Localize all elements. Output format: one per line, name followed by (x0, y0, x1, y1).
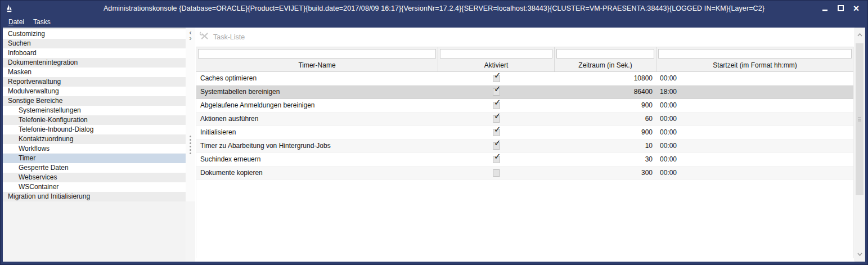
startzeit-cell: 00:00 (656, 72, 853, 85)
tools-icon (200, 32, 209, 43)
sidebar-item-gesperrte-daten[interactable]: Gesperrte Daten (3, 163, 186, 173)
app-sailboat-icon (6, 4, 13, 13)
check-icon: ✓ (494, 153, 501, 160)
timer-name-cell: Initialisieren (196, 126, 438, 139)
filter-input-zeitraum-in-sek[interactable] (556, 49, 654, 59)
close-button[interactable]: × (848, 2, 864, 15)
startzeit-cell: 00:00 (656, 113, 853, 125)
vertical-scrollbar[interactable] (854, 28, 865, 262)
table-header: Timer-NameAktiviertZeitraum (in Sek.)Sta… (196, 47, 853, 72)
sidebar-filler (3, 201, 186, 262)
aktiviert-cell: ✓ (438, 126, 555, 139)
menu-item-datei[interactable]: Datei (4, 17, 29, 27)
sidebar-item-timer[interactable]: Timer (3, 154, 186, 163)
scrollbar-thumb[interactable] (856, 43, 863, 195)
check-icon: ✓ (494, 99, 501, 106)
splitter-gutter[interactable]: ‹ › (186, 28, 195, 262)
aktiviert-checkbox[interactable] (493, 169, 500, 177)
titlebar: Administrationskonsole {Database=ORACLE}… (1, 1, 867, 16)
splitter-collapse-controls: ‹ › (186, 30, 195, 41)
splitter-grip[interactable] (186, 136, 195, 154)
startzeit-cell: 00:00 (656, 167, 853, 179)
close-icon: × (853, 3, 860, 14)
zeitraum-cell: 10800 (555, 72, 656, 85)
table-row-caches-optimieren[interactable]: Caches optimieren✓1080000:00 (196, 72, 853, 86)
timer-name-cell: Systemtabellen bereinigen (196, 86, 438, 98)
sidebar-item-suchen[interactable]: Suchen (3, 39, 186, 48)
scroll-up-button[interactable] (855, 28, 864, 42)
content: CustomizingSuchenInfoboardDokumenteninte… (3, 28, 865, 262)
sidebar-item-workflows[interactable]: Workflows (3, 144, 186, 154)
aktiviert-cell (438, 167, 555, 179)
sidebar-item-telefonie-inbound-dialog[interactable]: Telefonie-Inbound-Dialog (3, 125, 186, 134)
scroll-down-button[interactable] (855, 248, 864, 261)
sidebar-item-webservices[interactable]: Webservices (3, 173, 186, 182)
menu-item-tasks[interactable]: Tasks (29, 17, 55, 27)
zeitraum-cell: 60 (555, 113, 656, 125)
table-row-dokumente-kopieren[interactable]: Dokumente kopieren30000:00 (196, 167, 853, 180)
menubar: DateiTasks (1, 16, 867, 28)
zeitraum-cell: 30 (555, 153, 656, 166)
maximize-button[interactable] (833, 2, 848, 15)
check-icon: ✓ (494, 86, 501, 93)
startzeit-cell: 00:00 (656, 99, 853, 112)
aktiviert-checkbox[interactable]: ✓ (493, 88, 500, 96)
chevron-down-icon (857, 253, 862, 256)
sidebar-item-kontaktzuordnung[interactable]: Kontaktzuordnung (3, 134, 186, 144)
check-icon: ✓ (494, 140, 501, 147)
aktiviert-cell: ✓ (438, 99, 555, 112)
zeitraum-cell: 86400 (555, 86, 656, 98)
aktiviert-checkbox[interactable]: ✓ (493, 75, 500, 82)
sidebar-item-telefonie-konfiguration[interactable]: Telefonie-Konfiguration (3, 115, 186, 125)
gutter-filler (186, 201, 195, 262)
sidebar-item-modulverwaltung[interactable]: Modulverwaltung (3, 87, 186, 96)
aktiviert-cell: ✓ (438, 140, 555, 152)
task-table: Timer-NameAktiviertZeitraum (in Sek.)Sta… (196, 47, 854, 258)
sidebar-item-masken[interactable]: Masken (3, 68, 186, 77)
startzeit-cell: 18:00 (656, 86, 853, 98)
main-panel: Task-Liste Timer-NameAktiviertZeitraum (… (195, 28, 865, 262)
sidebar-item-reportverwaltung[interactable]: Reportverwaltung (3, 77, 186, 87)
aktiviert-cell: ✓ (438, 113, 555, 125)
zeitraum-cell: 10 (555, 140, 656, 152)
aktiviert-checkbox[interactable]: ✓ (493, 115, 500, 123)
sidebar-item-migration-und-initialisierung[interactable]: Migration und Initialisierung (3, 192, 186, 201)
timer-name-cell: Caches optimieren (196, 72, 438, 85)
table-row-abgelaufene-anmeldungen-bereinigen[interactable]: Abgelaufene Anmeldungen bereinigen✓90000… (196, 99, 853, 113)
filter-input-timer-name[interactable] (198, 49, 436, 59)
filter-input-aktiviert[interactable] (440, 49, 552, 59)
filter-input-startzeit-im-format-hh-mm[interactable] (658, 49, 852, 59)
expand-right-icon[interactable]: › (190, 35, 192, 41)
timer-name-cell: Timer zu Abarbeitung von Hintergrund-Job… (196, 140, 438, 152)
aktiviert-checkbox[interactable]: ✓ (493, 129, 500, 136)
table-row-systemtabellen-bereinigen[interactable]: Systemtabellen bereinigen✓8640018:00 (196, 86, 853, 99)
sidebar-item-wscontainer[interactable]: WSContainer (3, 182, 186, 192)
aktiviert-checkbox[interactable]: ✓ (493, 102, 500, 109)
aktiviert-cell: ✓ (438, 153, 555, 166)
table-row-initialisieren[interactable]: Initialisieren✓90000:00 (196, 126, 853, 140)
column-header-timer-name[interactable]: Timer-Name (196, 47, 438, 71)
sidebar-item-dokumentenintegration[interactable]: Dokumentenintegration (3, 58, 186, 68)
column-label-aktiviert: Aktiviert (438, 60, 554, 71)
panel-title: Task-Liste (213, 33, 245, 41)
minimize-button[interactable] (817, 2, 833, 15)
column-header-zeitraum-in-sek[interactable]: Zeitraum (in Sek.) (555, 47, 656, 71)
column-header-aktiviert[interactable]: Aktiviert (438, 47, 555, 71)
zeitraum-cell: 300 (555, 167, 656, 179)
zeitraum-cell: 900 (555, 126, 656, 139)
aktiviert-checkbox[interactable]: ✓ (493, 142, 500, 150)
sidebar-item-infoboard[interactable]: Infoboard (3, 48, 186, 58)
timer-name-cell: Dokumente kopieren (196, 167, 438, 179)
timer-name-cell: Suchindex erneuern (196, 153, 438, 166)
chevron-up-icon (857, 33, 862, 37)
table-row-aktionen-ausf-hren[interactable]: Aktionen ausführen✓6000:00 (196, 113, 853, 126)
table-row-timer-zu-abarbeitung-von-hintergrund-jobs[interactable]: Timer zu Abarbeitung von Hintergrund-Job… (196, 140, 853, 153)
sidebar-item-systemeinstellungen[interactable]: Systemeinstellungen (3, 106, 186, 115)
column-header-startzeit-im-format-hh-mm[interactable]: Startzeit (im Format hh:mm) (656, 47, 853, 71)
sidebar-item-sonstige-bereiche[interactable]: Sonstige Bereiche (3, 96, 186, 106)
startzeit-cell: 00:00 (656, 140, 853, 152)
sidebar-item-customizing[interactable]: Customizing (3, 29, 186, 39)
maximize-icon (838, 5, 844, 11)
aktiviert-checkbox[interactable]: ✓ (493, 156, 500, 163)
table-row-suchindex-erneuern[interactable]: Suchindex erneuern✓3000:00 (196, 153, 853, 167)
